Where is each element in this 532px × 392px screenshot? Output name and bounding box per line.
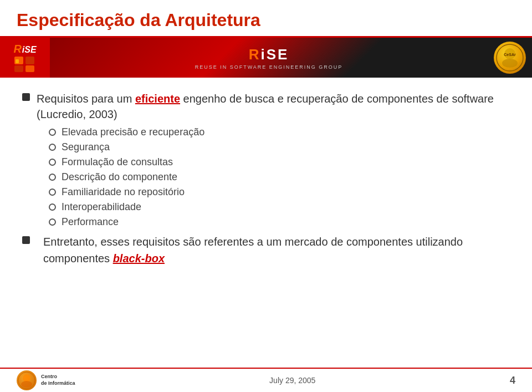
sub-bullet-icon-4 (49, 189, 56, 196)
main-bullet-icon-2 (22, 236, 30, 244)
banner-center: RiSE REUSE IN SOFTWARE ENGINEERING GROUP (50, 38, 488, 78)
footer-logo-area: Centro de Informática (17, 370, 75, 390)
footer-logo-icon (18, 371, 35, 389)
cesar-logo: CeSAr (488, 38, 532, 78)
footer-date: July 29, 2005 (269, 376, 315, 385)
svg-point-7 (502, 59, 518, 68)
sub-bullet-text-2: Formulação de consultas (62, 156, 173, 168)
banner-rise-logo: RiSE (195, 46, 343, 63)
main-bullet-icon-1 (22, 93, 30, 101)
banner-center-content: RiSE REUSE IN SOFTWARE ENGINEERING GROUP (195, 46, 343, 70)
banner-ise: iSE (260, 46, 289, 63)
svg-point-10 (23, 374, 30, 382)
sub-bullet-text-6: Performance (62, 216, 119, 228)
banner-subtitle: REUSE IN SOFTWARE ENGINEERING GROUP (195, 64, 343, 70)
entretanto-pre: Entretanto, esses requisitos são referen… (43, 236, 463, 264)
cesar-circle: CeSAr (494, 42, 526, 74)
sub-bullet-text-0: Elevada precisão e recuperação (62, 126, 204, 138)
svg-rect-1 (16, 59, 19, 63)
svg-point-11 (21, 381, 32, 388)
svg-rect-3 (14, 65, 23, 72)
sub-bullet-6: Performance (49, 216, 510, 228)
rise-logo-left: R iSE (0, 38, 50, 78)
sub-bullet-5: Interoperabilidade (49, 201, 510, 213)
entretanto-text: Entretanto, esses requisitos são referen… (43, 233, 510, 267)
bullet-section-1: Requisitos para um eficiente engenho de … (22, 91, 510, 228)
bullet1-highlight: eficiente (135, 93, 180, 105)
footer-logo-label: Centro de Informática (41, 374, 75, 386)
rise-r-left: R (13, 43, 21, 55)
page-title: Especificação da Arquitetura (17, 10, 515, 30)
svg-rect-2 (25, 57, 34, 64)
banner-r: R (249, 46, 261, 63)
sub-bullet-text-4: Familiaridade no repositório (62, 186, 185, 198)
sub-bullet-3: Descrição do componente (49, 171, 510, 183)
sub-bullet-1: Segurança (49, 141, 510, 153)
footer-page: 4 (510, 375, 515, 386)
bullet1-pre: Requisitos para um (37, 93, 135, 105)
banner-strip: R iSE RiSE REUSE IN SOFTWARE ENGINEERING… (0, 38, 532, 78)
sub-bullet-text-5: Interoperabilidade (62, 201, 141, 213)
cesar-icon: CeSAr (496, 44, 524, 72)
sub-bullet-icon-0 (49, 129, 56, 136)
sub-bullet-text-1: Segurança (62, 141, 110, 153)
sub-bullet-icon-6 (49, 218, 56, 226)
footer: Centro de Informática July 29, 2005 4 (0, 368, 532, 392)
svg-rect-4 (25, 65, 34, 72)
rise-ise-left: iSE (22, 45, 37, 55)
main-bullet-1: Requisitos para um eficiente engenho de … (22, 91, 510, 122)
title-bar: Especificação da Arquitetura (0, 0, 532, 38)
footer-logo-circle (17, 370, 37, 390)
sub-bullet-text-3: Descrição do componente (62, 171, 177, 183)
sub-bullets: Elevada precisão e recuperação Segurança… (49, 126, 510, 228)
sub-bullet-icon-2 (49, 159, 56, 166)
bullet-section-2: Entretanto, esses requisitos são referen… (22, 233, 510, 267)
puzzle-icon (13, 55, 37, 73)
sub-bullet-2: Formulação de consultas (49, 156, 510, 168)
main-bullet-text-1: Requisitos para um eficiente engenho de … (37, 91, 510, 122)
sub-bullet-icon-5 (49, 203, 56, 211)
sub-bullet-icon-3 (49, 174, 56, 181)
svg-text:CeSAr: CeSAr (504, 53, 516, 57)
sub-bullet-icon-1 (49, 144, 56, 151)
main-content: Requisitos para um eficiente engenho de … (0, 78, 532, 272)
sub-bullet-4: Familiaridade no repositório (49, 186, 510, 198)
black-box-highlight: black-box (113, 252, 165, 264)
sub-bullet-0: Elevada precisão e recuperação (49, 126, 510, 138)
